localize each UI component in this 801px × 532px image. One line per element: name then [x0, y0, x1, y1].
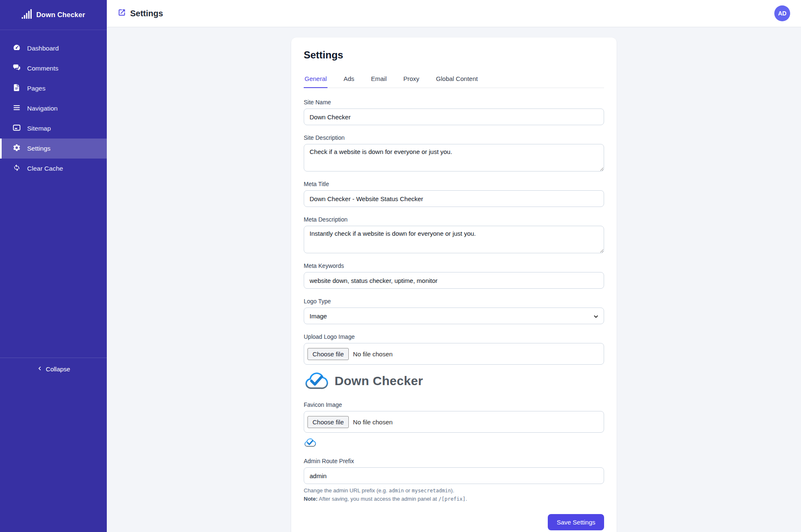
site-description-textarea[interactable]: Check if a website is down for everyone … — [304, 144, 604, 171]
admin-prefix-input[interactable] — [304, 467, 604, 484]
menu-bars-icon — [13, 103, 21, 113]
tab-proxy[interactable]: Proxy — [403, 72, 420, 88]
site-name-label: Site Name — [304, 99, 604, 106]
sidebar-item-label: Comments — [27, 65, 58, 72]
page-title-group: Settings — [118, 8, 163, 18]
note-code-prefix: /[prefix] — [438, 496, 466, 502]
sidebar-item-dashboard[interactable]: Dashboard — [0, 38, 107, 58]
admin-prefix-help: Change the admin URL prefix (e.g. admin … — [304, 487, 604, 503]
sidebar-item-label: Sitemap — [27, 125, 51, 132]
favicon-choose-file-button[interactable]: Choose file — [307, 416, 349, 428]
tab-ads[interactable]: Ads — [343, 72, 355, 88]
tab-general[interactable]: General — [304, 72, 327, 88]
sidebar-item-sitemap[interactable]: Sitemap — [0, 119, 107, 139]
meta-title-input[interactable] — [304, 190, 604, 207]
field-admin-prefix: Admin Route Prefix Change the admin URL … — [304, 458, 604, 503]
meta-keywords-input[interactable] — [304, 272, 604, 289]
sidebar-item-label: Pages — [27, 85, 45, 92]
main-content: Settings General Ads Email Proxy Global … — [107, 27, 801, 532]
sidebar-item-label: Settings — [27, 145, 50, 152]
logo-file-input[interactable]: Choose file No file chosen — [304, 343, 604, 365]
card-title: Settings — [304, 49, 604, 61]
field-upload-logo: Upload Logo Image Choose file No file ch… — [304, 333, 604, 365]
logo-file-status: No file chosen — [353, 350, 393, 358]
meta-description-textarea[interactable]: Instantly check if a website is down for… — [304, 226, 604, 253]
upload-logo-label: Upload Logo Image — [304, 333, 604, 340]
refresh-icon — [13, 164, 21, 174]
tab-email[interactable]: Email — [370, 72, 388, 88]
field-meta-keywords: Meta Keywords — [304, 262, 604, 289]
sidebar-item-label: Navigation — [27, 105, 58, 112]
comments-icon — [13, 63, 21, 73]
help-code-mysecretadmin: mysecretadmin — [412, 488, 451, 494]
signal-bars-icon — [22, 9, 33, 21]
favicon-label: Favicon Image — [304, 401, 604, 408]
cloud-check-favicon-icon — [304, 442, 317, 449]
sidebar-item-label: Clear Cache — [27, 165, 63, 172]
settings-card: Settings General Ads Email Proxy Global … — [291, 38, 617, 532]
meta-description-label: Meta Description — [304, 216, 604, 223]
sidebar-item-navigation[interactable]: Navigation — [0, 98, 107, 119]
field-logo-type: Logo Type Image — [304, 298, 604, 324]
field-site-name: Site Name — [304, 99, 604, 125]
sidebar-nav: Dashboard Comments Pages — [0, 30, 107, 179]
save-settings-button[interactable]: Save Settings — [548, 514, 604, 530]
sidebar-footer: Collapse — [0, 358, 107, 380]
logo-type-label: Logo Type — [304, 298, 604, 305]
note-label: Note: — [304, 496, 317, 502]
sidebar-item-settings[interactable]: Settings — [0, 139, 107, 159]
sidebar-item-pages[interactable]: Pages — [0, 78, 107, 98]
sidebar-item-label: Dashboard — [27, 45, 59, 52]
meta-title-label: Meta Title — [304, 181, 604, 187]
admin-prefix-label: Admin Route Prefix — [304, 458, 604, 464]
field-meta-description: Meta Description Instantly check if a we… — [304, 216, 604, 253]
external-link-icon[interactable] — [118, 8, 126, 18]
logo-preview-text: Down Checker — [335, 374, 423, 388]
page-title: Settings — [130, 9, 163, 18]
brand: Down Checker — [0, 0, 107, 30]
tab-global-content[interactable]: Global Content — [435, 72, 479, 88]
favicon-preview — [304, 437, 604, 449]
site-description-label: Site Description — [304, 134, 604, 141]
gauge-icon — [13, 43, 21, 53]
form-actions: Save Settings — [304, 514, 604, 530]
logo-choose-file-button[interactable]: Choose file — [307, 348, 349, 360]
general-settings-form: Site Name Site Description Check if a we… — [304, 88, 604, 530]
cloud-check-logo-icon — [304, 370, 330, 392]
top-header: Settings AD — [107, 0, 801, 27]
page-icon — [13, 83, 21, 93]
field-site-description: Site Description Check if a website is d… — [304, 134, 604, 171]
avatar[interactable]: AD — [774, 5, 790, 21]
logo-type-select-wrap: Image — [304, 308, 604, 324]
collapse-label: Collapse — [46, 366, 70, 373]
field-favicon: Favicon Image Choose file No file chosen — [304, 401, 604, 433]
logo-preview: Down Checker — [304, 370, 604, 392]
meta-keywords-label: Meta Keywords — [304, 262, 604, 269]
sitemap-icon — [13, 124, 21, 134]
logo-type-select[interactable]: Image — [304, 308, 604, 324]
chevron-left-icon — [37, 366, 43, 373]
sidebar-item-comments[interactable]: Comments — [0, 58, 107, 78]
sidebar-item-clear-cache[interactable]: Clear Cache — [0, 159, 107, 179]
help-code-admin: admin — [389, 488, 404, 494]
site-name-input[interactable] — [304, 108, 604, 125]
collapse-button[interactable]: Collapse — [37, 366, 70, 373]
favicon-file-input[interactable]: Choose file No file chosen — [304, 411, 604, 433]
brand-name: Down Checker — [36, 11, 85, 19]
sidebar: Down Checker Dashboard Comments — [0, 0, 107, 532]
gear-icon — [13, 144, 21, 154]
favicon-file-status: No file chosen — [353, 419, 393, 426]
field-meta-title: Meta Title — [304, 181, 604, 207]
settings-tabs: General Ads Email Proxy Global Content — [304, 72, 604, 88]
